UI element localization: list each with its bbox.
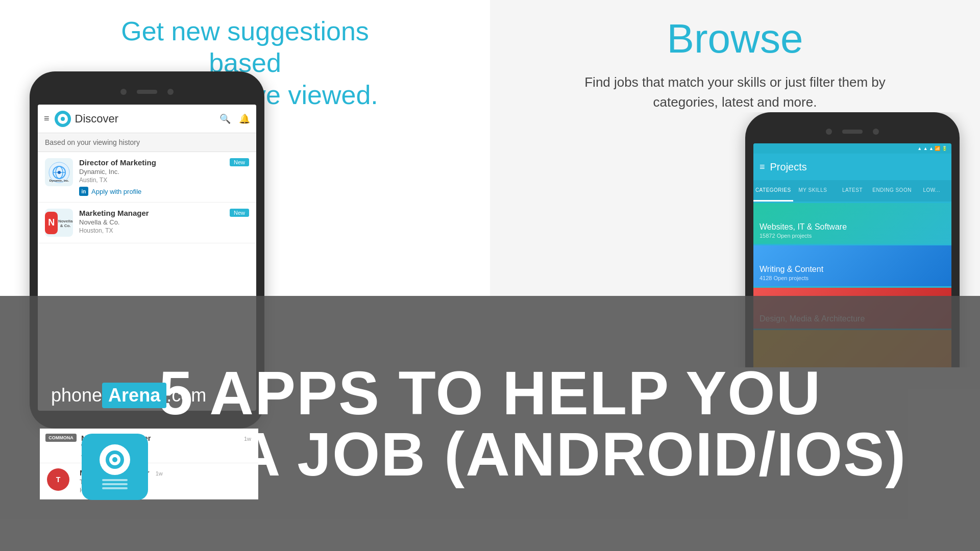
category-writing[interactable]: Writing & Content 4128 Open projects	[753, 245, 951, 286]
tab-ending-soon[interactable]: ENDING SOON	[872, 180, 912, 202]
right-phone-top-bar	[753, 122, 951, 141]
job-1-info: Director of Marketing New Dynamic, Inc. …	[79, 158, 249, 196]
category-writing-count: 4128 Open projects	[760, 275, 823, 281]
app-icon-overlay	[82, 434, 148, 500]
history-bar: Based on your viewing history	[38, 133, 256, 152]
job-2-title-row: Marketing Manager New	[79, 209, 249, 217]
job-item-2[interactable]: N Novella & Co. Marketing Manager New No…	[38, 203, 256, 243]
app-icon-logo-inner	[109, 454, 120, 465]
phone-speaker	[120, 89, 127, 95]
left-title-line1: Get new suggestions based	[121, 16, 369, 78]
arena-badge: Arena	[102, 383, 166, 408]
menu-icon[interactable]: ≡	[44, 113, 50, 124]
apply-text[interactable]: Apply with profile	[91, 188, 141, 195]
linkedin-icon: in	[79, 187, 88, 196]
phone-brand-text: phone	[51, 385, 102, 406]
tab-categories[interactable]: CATEGORIES	[753, 180, 793, 202]
job-1-company: Dynamic, Inc.	[79, 168, 249, 176]
job-1-title-row: Director of Marketing New	[79, 158, 249, 167]
job-1-badge: New	[230, 158, 249, 166]
partial-job-1-time: 1w	[244, 436, 251, 442]
right-phone-mic	[842, 130, 863, 134]
category-websites-name: Websites, IT & Software	[760, 222, 847, 232]
status-bar: ▲ ▲ ▲ 📶 🔋	[753, 143, 951, 154]
tab-my-skills[interactable]: MY SKILLS	[793, 180, 833, 202]
category-websites-count: 15872 Open projects	[760, 233, 847, 239]
app-icon-line-2	[102, 483, 128, 485]
job-2-badge: New	[230, 209, 249, 217]
commona-logo-wrap: COMMONA	[47, 434, 75, 442]
novella-logo-inner: N	[45, 212, 58, 234]
bell-icon[interactable]: 🔔	[239, 113, 250, 124]
job-1-location: Austin, TX	[79, 177, 249, 184]
partial-job-2-time: 1w	[156, 470, 163, 477]
partial-job-1[interactable]: COMMONA Marketing Manager web and mobile…	[40, 429, 258, 463]
job-1-title: Director of Marketing	[79, 158, 156, 167]
right-phone-sensor	[873, 129, 879, 135]
svg-text:Dynamic, Inc.: Dynamic, Inc.	[49, 179, 69, 182]
phone-top-bar	[38, 82, 256, 102]
partial-jobs: COMMONA Marketing Manager web and mobile…	[40, 429, 258, 499]
category-websites-info: Websites, IT & Software 15872 Open proje…	[760, 222, 847, 239]
app-bar-title: Discover	[75, 112, 219, 126]
right-subtitle: Find jobs that match your skills or just…	[582, 72, 888, 112]
bottom-overlay: 5 APPS TO HELP YOU FIND A JOB (ANDROID/I…	[0, 296, 980, 551]
dot-com: .com	[166, 385, 206, 406]
app-icon-line-1	[102, 479, 128, 481]
app-bar: ≡ Discover 🔍 🔔	[38, 105, 256, 133]
job-2-company: Novella & Co.	[79, 218, 249, 226]
history-label: Based on your viewing history	[45, 138, 140, 146]
tabs-bar: CATEGORIES MY SKILLS LATEST ENDING SOON …	[753, 180, 951, 202]
novella-logo: N Novella & Co.	[45, 209, 73, 237]
job-2-location: Houston, TX	[79, 227, 249, 234]
app-logo-inner	[58, 114, 68, 124]
right-app-title: Projects	[770, 161, 807, 173]
phone-camera	[137, 90, 157, 94]
tab-low[interactable]: LOW...	[912, 180, 951, 202]
dynamic-logo: Dynamic, Inc.	[45, 158, 73, 186]
tyler-logo: T	[47, 468, 69, 491]
partial-job-2[interactable]: T Marketing Manager Tyler Corp. Houston,…	[40, 463, 258, 499]
right-app-bar: ≡ Projects	[753, 154, 951, 180]
search-icon[interactable]: 🔍	[219, 113, 231, 124]
right-menu-icon[interactable]: ≡	[760, 162, 765, 172]
phonearena-logo: phone Arena .com	[51, 383, 206, 408]
job-item-1[interactable]: Dynamic, Inc. Director of Marketing New …	[38, 152, 256, 203]
app-icon-lines	[102, 479, 128, 489]
job-2-info: Marketing Manager New Novella & Co. Hous…	[79, 209, 249, 234]
right-phone-camera	[826, 129, 832, 135]
category-websites[interactable]: Websites, IT & Software 15872 Open proje…	[753, 203, 951, 244]
app-bar-icons: 🔍 🔔	[219, 113, 250, 124]
app-icon-line-3	[102, 487, 128, 489]
app-icon-logo-dot	[112, 457, 117, 462]
category-writing-name: Writing & Content	[760, 265, 823, 274]
category-writing-info: Writing & Content 4128 Open projects	[760, 265, 823, 281]
svg-point-4	[58, 171, 61, 174]
tab-latest[interactable]: LATEST	[832, 180, 872, 202]
app-logo	[55, 111, 71, 127]
app-logo-dot	[61, 117, 65, 121]
app-icon-circle	[100, 444, 130, 475]
job-2-title: Marketing Manager	[79, 209, 149, 217]
job-1-apply[interactable]: in Apply with profile	[79, 187, 249, 196]
app-icon-logo	[106, 450, 124, 469]
status-icons: ▲ ▲ ▲ 📶 🔋	[917, 146, 947, 151]
right-title: Browse	[667, 15, 803, 62]
commona-logo: COMMONA	[45, 434, 77, 442]
phone-speaker-right	[167, 89, 174, 95]
